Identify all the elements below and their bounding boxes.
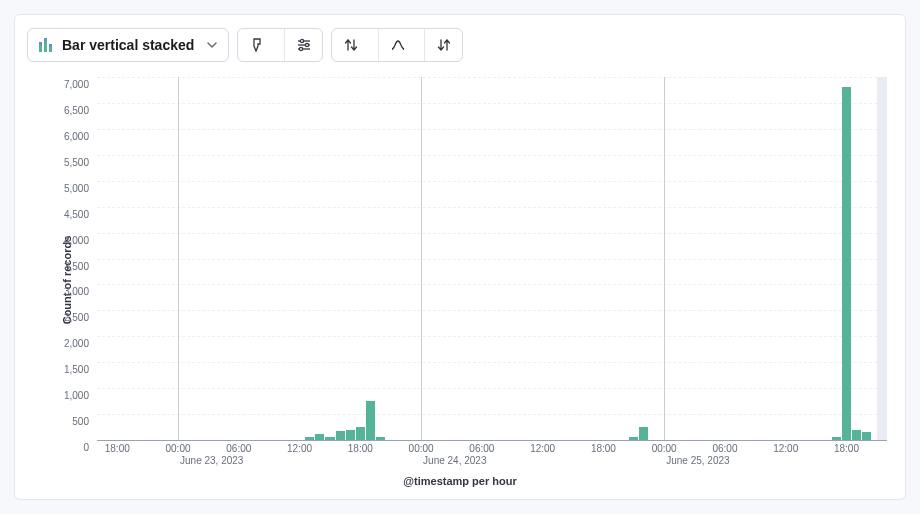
y-tick-label: 3,000 — [64, 286, 89, 297]
y-tick-label: 2,000 — [64, 338, 89, 349]
y-tick-label: 0 — [83, 442, 89, 453]
x-tick-label: 00:00 — [652, 443, 677, 454]
y-tick-label: 6,500 — [64, 104, 89, 115]
svg-point-11 — [299, 47, 302, 50]
grid-line — [97, 233, 887, 234]
x-tick-label: 18:00 — [348, 443, 373, 454]
grid-line — [97, 310, 887, 311]
chart-area: Count of records @timestamp per hour 050… — [27, 73, 893, 487]
chart-bar[interactable] — [346, 430, 355, 440]
y-tick-label: 6,000 — [64, 130, 89, 141]
svg-point-7 — [300, 39, 303, 42]
sort-desc-button — [424, 29, 462, 61]
y-tick-label: 7,000 — [64, 79, 89, 90]
x-tick-label: 18:00 — [834, 443, 859, 454]
chart-type-selector[interactable]: Bar vertical stacked — [27, 28, 229, 62]
chart-bar[interactable] — [832, 437, 841, 440]
chart-type-label: Bar vertical stacked — [62, 37, 194, 53]
chart-bar[interactable] — [862, 432, 871, 440]
chart-bar[interactable] — [376, 437, 385, 440]
brush-button[interactable] — [238, 29, 276, 61]
x-tick-label: 06:00 — [226, 443, 251, 454]
y-tick-label: 500 — [72, 416, 89, 427]
sort-curve-button[interactable] — [378, 29, 416, 61]
x-date-label: June 24, 2023 — [423, 455, 486, 466]
bar-stacked-icon — [38, 37, 54, 53]
chart-bar[interactable] — [842, 87, 851, 440]
time-brush[interactable] — [877, 77, 887, 440]
chart-bar[interactable] — [366, 401, 375, 440]
grid-line — [97, 284, 887, 285]
chart-bar[interactable] — [629, 437, 638, 440]
y-tick-label: 1,000 — [64, 390, 89, 401]
sort-asc-icon — [343, 37, 359, 53]
brush-icon — [249, 37, 265, 53]
grid-line — [97, 77, 887, 78]
y-tick-label: 5,000 — [64, 182, 89, 193]
grid-line — [97, 129, 887, 130]
chevron-down-icon — [206, 39, 218, 51]
chart-bar[interactable] — [305, 437, 314, 440]
chart-bar[interactable] — [639, 427, 648, 440]
sort-asc-button[interactable] — [332, 29, 370, 61]
chart-bar[interactable] — [852, 430, 861, 440]
sort-desc-icon — [436, 37, 452, 53]
svg-rect-2 — [44, 41, 47, 52]
chart-bar[interactable] — [315, 434, 324, 440]
x-tick-label: 00:00 — [409, 443, 434, 454]
x-axis-title: @timestamp per hour — [403, 475, 516, 487]
chart-bar[interactable] — [356, 427, 365, 440]
svg-rect-1 — [39, 42, 42, 45]
x-tick-label: 12:00 — [530, 443, 555, 454]
x-date-label: June 23, 2023 — [180, 455, 243, 466]
x-tick-label: 06:00 — [712, 443, 737, 454]
y-tick-label: 4,000 — [64, 234, 89, 245]
x-tick-label: 12:00 — [287, 443, 312, 454]
style-button-group — [237, 28, 323, 62]
x-tick-label: 18:00 — [591, 443, 616, 454]
day-boundary-line — [421, 77, 422, 440]
x-tick-label: 18:00 — [105, 443, 130, 454]
svg-rect-3 — [44, 38, 47, 41]
grid-line — [97, 259, 887, 260]
grid-line — [97, 155, 887, 156]
y-tick-label: 2,500 — [64, 312, 89, 323]
x-date-label: June 25, 2023 — [666, 455, 729, 466]
grid-line — [97, 414, 887, 415]
x-tick-label: 12:00 — [773, 443, 798, 454]
sliders-button[interactable] — [284, 29, 322, 61]
day-boundary-line — [664, 77, 665, 440]
grid-line — [97, 388, 887, 389]
chart-bar[interactable] — [336, 431, 345, 440]
grid-line — [97, 336, 887, 337]
grid-line — [97, 103, 887, 104]
sliders-icon — [296, 37, 312, 53]
y-axis-ticks: 05001,0001,5002,0002,5003,0003,5004,0004… — [49, 77, 93, 441]
curve-icon — [390, 37, 406, 53]
y-tick-label: 4,500 — [64, 208, 89, 219]
day-boundary-line — [178, 77, 179, 440]
chart-plot[interactable] — [97, 77, 887, 441]
y-tick-label: 1,500 — [64, 364, 89, 375]
svg-rect-5 — [49, 44, 52, 47]
grid-line — [97, 181, 887, 182]
x-tick-label: 00:00 — [166, 443, 191, 454]
grid-line — [97, 362, 887, 363]
grid-line — [97, 207, 887, 208]
x-axis-ticks: 18:0000:0006:0012:0018:0000:0006:0012:00… — [97, 443, 887, 471]
chart-bar[interactable] — [325, 437, 334, 440]
svg-rect-4 — [49, 47, 52, 52]
y-tick-label: 5,500 — [64, 156, 89, 167]
svg-rect-0 — [39, 45, 42, 52]
chart-toolbar: Bar vertical stacked — [27, 25, 893, 65]
y-tick-label: 3,500 — [64, 260, 89, 271]
chart-panel: Bar vertical stacked — [14, 14, 906, 500]
x-tick-label: 06:00 — [469, 443, 494, 454]
svg-point-9 — [305, 43, 308, 46]
sort-button-group — [331, 28, 463, 62]
